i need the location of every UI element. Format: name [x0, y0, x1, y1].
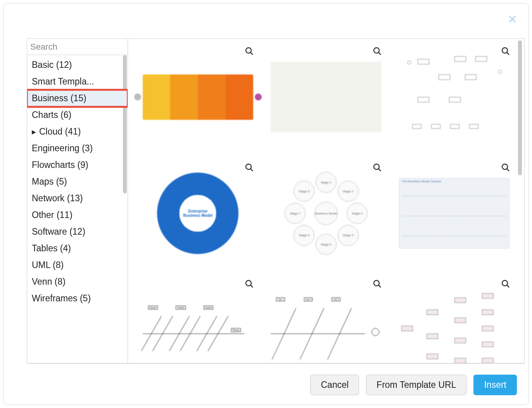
svg-point-16 [374, 280, 379, 286]
category-label: Venn (8) [32, 277, 66, 287]
category-item[interactable]: Tables (4) [27, 240, 128, 257]
search-input[interactable] [30, 42, 137, 52]
magnify-icon[interactable] [245, 47, 254, 56]
thumbnail-label: Stage 7 [285, 203, 306, 224]
svg-line-17 [378, 285, 381, 287]
thumbnail-label: Stage 6 [294, 225, 314, 246]
template-card[interactable]: Enterprise Business Model [140, 163, 256, 264]
cancel-button[interactable]: Cancel [310, 375, 359, 395]
expand-arrow-icon: ▶ [32, 129, 36, 135]
category-item[interactable]: Smart Templa... [27, 73, 128, 90]
svg-line-11 [378, 169, 381, 171]
template-card[interactable] [396, 47, 513, 147]
close-icon[interactable]: × [508, 11, 517, 27]
thumbnail-label: Stage 1 [316, 172, 337, 193]
magnify-icon[interactable] [245, 163, 254, 172]
category-label: Business (15) [32, 93, 86, 104]
category-item[interactable]: ▶Cloud (41) [27, 123, 128, 140]
grid-scrollbar[interactable] [517, 40, 523, 361]
category-item[interactable]: Flowcharts (9) [27, 157, 128, 173]
template-thumbnail [399, 289, 510, 363]
svg-point-4 [374, 48, 379, 53]
template-card[interactable] [396, 279, 513, 363]
template-picker-dialog: × Basic (12)Smart Templa...Business (15)… [3, 3, 529, 405]
template-card[interactable] [268, 47, 385, 147]
svg-line-7 [507, 52, 509, 55]
category-label: Charts (6) [32, 110, 71, 120]
svg-line-5 [378, 52, 381, 55]
category-label: Basic (12) [32, 60, 72, 70]
magnify-icon[interactable] [373, 279, 382, 289]
template-thumbnail [399, 178, 510, 249]
category-label: Engineering (3) [32, 143, 93, 154]
category-label: Cloud (41) [39, 126, 81, 137]
thumbnail-label: Enterprise Business Model [180, 196, 215, 231]
template-card[interactable]: Node1 Node2 Node3 Phase [140, 279, 256, 363]
category-label: Maps (5) [32, 176, 67, 187]
category-item[interactable]: Business (15) [27, 90, 128, 107]
template-thumbnail [271, 62, 382, 132]
content-area: Basic (12)Smart Templa...Business (15)Ch… [27, 38, 525, 364]
svg-line-19 [507, 285, 509, 287]
category-item[interactable]: Wireframes (5) [27, 290, 128, 307]
dialog-footer: Cancel From Template URL Insert [3, 368, 529, 405]
category-item[interactable]: UML (8) [27, 257, 128, 273]
scrollbar-thumb[interactable] [518, 40, 522, 175]
thumbnail-label: Business Model [314, 202, 338, 225]
category-label: Software (12) [32, 226, 85, 237]
magnify-icon[interactable] [501, 279, 510, 289]
svg-line-15 [250, 285, 253, 287]
category-label: Flowcharts (9) [32, 160, 88, 170]
thumbnail-label: Stage 4 [338, 225, 359, 246]
template-card[interactable]: Cat 1 Cat 2 Cat 3 [268, 279, 385, 363]
svg-line-3 [250, 52, 253, 55]
svg-point-12 [502, 164, 508, 169]
template-grid: Enterprise Business Model Business Model… [128, 38, 525, 363]
category-item[interactable]: Software (12) [27, 223, 128, 240]
thumbnail-label: Stage 2 [338, 181, 359, 202]
category-label: Tables (4) [32, 243, 71, 254]
category-item[interactable]: Venn (8) [27, 273, 128, 290]
category-label: UML (8) [32, 260, 64, 270]
template-card[interactable]: Business Model Stage 1Stage 2Stage 3Stag… [268, 163, 385, 264]
svg-line-13 [507, 169, 509, 171]
search-row [27, 39, 128, 55]
category-list: Basic (12)Smart Templa...Business (15)Ch… [27, 55, 128, 363]
category-item[interactable]: Charts (6) [27, 107, 128, 123]
thumbnail-label: Stage 3 [347, 203, 368, 224]
thumbnail-label: Stage 8 [294, 181, 314, 202]
category-label: Network (13) [32, 193, 83, 204]
template-thumbnail: Node1 Node2 Node3 Phase [143, 289, 254, 363]
from-template-url-button[interactable]: From Template URL [366, 375, 466, 395]
template-thumbnail: Cat 1 Cat 2 Cat 3 [271, 289, 382, 363]
svg-point-14 [246, 280, 251, 286]
template-thumbnail [402, 52, 507, 142]
category-label: Smart Templa... [32, 76, 94, 87]
insert-button[interactable]: Insert [473, 375, 517, 395]
category-item[interactable]: Maps (5) [27, 173, 128, 190]
category-item[interactable]: Network (13) [27, 190, 128, 207]
magnify-icon[interactable] [373, 163, 382, 172]
svg-point-10 [374, 164, 379, 169]
category-item[interactable]: Engineering (3) [27, 140, 128, 157]
template-thumbnail: Business Model Stage 1Stage 2Stage 3Stag… [271, 173, 382, 254]
svg-point-18 [502, 280, 508, 286]
sidebar: Basic (12)Smart Templa...Business (15)Ch… [27, 38, 128, 363]
magnify-icon[interactable] [373, 47, 382, 56]
category-item[interactable]: Basic (12) [27, 57, 128, 73]
svg-point-2 [246, 48, 251, 53]
template-thumbnail: Enterprise Business Model [143, 173, 254, 254]
magnify-icon[interactable] [245, 279, 254, 289]
template-thumbnail [143, 74, 254, 120]
svg-line-9 [250, 169, 253, 171]
template-card[interactable] [140, 47, 256, 147]
category-label: Other (11) [32, 210, 73, 220]
svg-point-8 [246, 164, 251, 169]
magnify-icon[interactable] [501, 163, 510, 172]
scrollbar-thumb[interactable] [123, 55, 127, 194]
template-card[interactable] [396, 163, 513, 264]
thumbnail-label: Stage 5 [316, 234, 337, 255]
category-label: Wireframes (5) [32, 293, 91, 304]
category-item[interactable]: Other (11) [27, 207, 128, 223]
